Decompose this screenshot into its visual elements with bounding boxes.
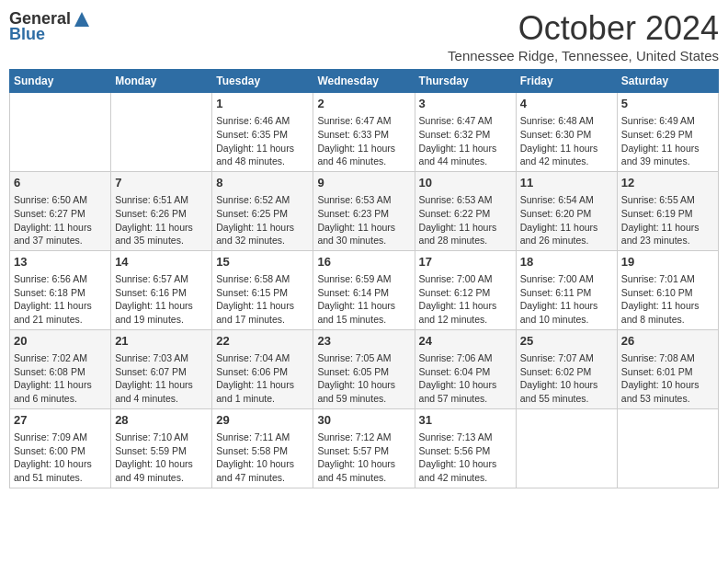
day-detail: Sunrise: 7:00 AM Sunset: 6:11 PM Dayligh… xyxy=(520,272,613,327)
day-detail: Sunrise: 6:52 AM Sunset: 6:25 PM Dayligh… xyxy=(216,193,309,247)
day-detail: Sunrise: 6:48 AM Sunset: 6:30 PM Dayligh… xyxy=(520,114,613,168)
day-detail: Sunrise: 6:59 AM Sunset: 6:14 PM Dayligh… xyxy=(317,272,410,327)
calendar-cell: 11Sunrise: 6:54 AM Sunset: 6:20 PM Dayli… xyxy=(516,171,617,250)
day-number: 23 xyxy=(317,333,410,350)
day-detail: Sunrise: 7:05 AM Sunset: 6:05 PM Dayligh… xyxy=(317,351,410,406)
calendar-cell: 21Sunrise: 7:03 AM Sunset: 6:07 PM Dayli… xyxy=(111,329,212,408)
calendar-cell: 10Sunrise: 6:53 AM Sunset: 6:22 PM Dayli… xyxy=(415,171,516,250)
calendar-cell: 18Sunrise: 7:00 AM Sunset: 6:11 PM Dayli… xyxy=(516,250,617,329)
calendar-cell: 27Sunrise: 7:09 AM Sunset: 6:00 PM Dayli… xyxy=(10,408,111,488)
day-number: 21 xyxy=(115,333,208,350)
day-detail: Sunrise: 7:03 AM Sunset: 6:07 PM Dayligh… xyxy=(115,351,208,406)
calendar-cell: 2Sunrise: 6:47 AM Sunset: 6:33 PM Daylig… xyxy=(313,93,415,172)
day-number: 5 xyxy=(621,96,714,112)
calendar-cell xyxy=(111,93,212,172)
day-detail: Sunrise: 7:04 AM Sunset: 6:06 PM Dayligh… xyxy=(216,351,309,406)
day-number: 26 xyxy=(621,333,714,350)
day-detail: Sunrise: 6:53 AM Sunset: 6:23 PM Dayligh… xyxy=(317,193,410,247)
calendar-cell: 17Sunrise: 7:00 AM Sunset: 6:12 PM Dayli… xyxy=(415,250,516,329)
day-number: 22 xyxy=(216,333,309,350)
calendar-cell: 22Sunrise: 7:04 AM Sunset: 6:06 PM Dayli… xyxy=(212,329,313,408)
day-detail: Sunrise: 7:00 AM Sunset: 6:12 PM Dayligh… xyxy=(419,272,512,327)
calendar-cell: 31Sunrise: 7:13 AM Sunset: 5:56 PM Dayli… xyxy=(415,408,516,488)
calendar-cell xyxy=(516,408,617,488)
calendar-cell: 14Sunrise: 6:57 AM Sunset: 6:16 PM Dayli… xyxy=(111,250,212,329)
calendar-cell: 19Sunrise: 7:01 AM Sunset: 6:10 PM Dayli… xyxy=(617,250,718,329)
calendar-cell: 5Sunrise: 6:49 AM Sunset: 6:29 PM Daylig… xyxy=(617,93,718,172)
day-detail: Sunrise: 6:53 AM Sunset: 6:22 PM Dayligh… xyxy=(419,193,512,247)
location: Tennessee Ridge, Tennessee, United State… xyxy=(448,48,719,63)
page-header: General Blue October 2024 Tennessee Ridg… xyxy=(9,9,719,63)
day-detail: Sunrise: 7:02 AM Sunset: 6:08 PM Dayligh… xyxy=(14,351,107,406)
calendar-cell: 6Sunrise: 6:50 AM Sunset: 6:27 PM Daylig… xyxy=(10,171,111,250)
calendar-cell: 26Sunrise: 7:08 AM Sunset: 6:01 PM Dayli… xyxy=(617,329,718,408)
day-number: 1 xyxy=(216,96,309,112)
day-detail: Sunrise: 6:46 AM Sunset: 6:35 PM Dayligh… xyxy=(216,114,309,168)
day-number: 20 xyxy=(14,333,107,350)
day-header-saturday: Saturday xyxy=(617,70,718,93)
day-number: 30 xyxy=(317,412,410,429)
calendar-cell: 28Sunrise: 7:10 AM Sunset: 5:59 PM Dayli… xyxy=(111,408,212,488)
day-number: 31 xyxy=(419,412,512,429)
day-number: 7 xyxy=(115,175,208,191)
title-area: October 2024 Tennessee Ridge, Tennessee,… xyxy=(448,9,719,63)
day-number: 28 xyxy=(115,412,208,429)
calendar-cell: 16Sunrise: 6:59 AM Sunset: 6:14 PM Dayli… xyxy=(313,250,415,329)
calendar-table: SundayMondayTuesdayWednesdayThursdayFrid… xyxy=(9,69,719,488)
calendar-header: SundayMondayTuesdayWednesdayThursdayFrid… xyxy=(10,70,719,93)
calendar-cell: 15Sunrise: 6:58 AM Sunset: 6:15 PM Dayli… xyxy=(212,250,313,329)
calendar-week-1: 1Sunrise: 6:46 AM Sunset: 6:35 PM Daylig… xyxy=(10,93,719,172)
calendar-week-3: 13Sunrise: 6:56 AM Sunset: 6:18 PM Dayli… xyxy=(10,250,719,329)
calendar-cell: 3Sunrise: 6:47 AM Sunset: 6:32 PM Daylig… xyxy=(415,93,516,172)
day-number: 8 xyxy=(216,175,309,191)
day-detail: Sunrise: 6:56 AM Sunset: 6:18 PM Dayligh… xyxy=(14,272,107,327)
day-detail: Sunrise: 7:13 AM Sunset: 5:56 PM Dayligh… xyxy=(419,431,512,485)
day-number: 3 xyxy=(419,96,512,112)
calendar-cell: 25Sunrise: 7:07 AM Sunset: 6:02 PM Dayli… xyxy=(516,329,617,408)
day-number: 29 xyxy=(216,412,309,429)
day-number: 15 xyxy=(216,254,309,270)
month-title: October 2024 xyxy=(448,9,719,48)
day-number: 19 xyxy=(621,254,714,270)
day-number: 6 xyxy=(14,175,107,191)
calendar-cell: 20Sunrise: 7:02 AM Sunset: 6:08 PM Dayli… xyxy=(10,329,111,408)
day-number: 27 xyxy=(14,412,107,429)
logo-blue-text: Blue xyxy=(9,25,45,44)
calendar-cell: 8Sunrise: 6:52 AM Sunset: 6:25 PM Daylig… xyxy=(212,171,313,250)
day-number: 2 xyxy=(317,96,410,112)
calendar-cell: 9Sunrise: 6:53 AM Sunset: 6:23 PM Daylig… xyxy=(313,171,415,250)
day-number: 25 xyxy=(520,333,613,350)
day-detail: Sunrise: 7:01 AM Sunset: 6:10 PM Dayligh… xyxy=(621,272,714,327)
day-number: 13 xyxy=(14,254,107,270)
day-detail: Sunrise: 6:50 AM Sunset: 6:27 PM Dayligh… xyxy=(14,193,107,247)
day-header-tuesday: Tuesday xyxy=(212,70,313,93)
day-detail: Sunrise: 7:10 AM Sunset: 5:59 PM Dayligh… xyxy=(115,431,208,485)
calendar-cell xyxy=(617,408,718,488)
day-number: 18 xyxy=(520,254,613,270)
day-detail: Sunrise: 6:47 AM Sunset: 6:32 PM Dayligh… xyxy=(419,114,512,168)
day-header-monday: Monday xyxy=(111,70,212,93)
day-detail: Sunrise: 6:58 AM Sunset: 6:15 PM Dayligh… xyxy=(216,272,309,327)
day-number: 24 xyxy=(419,333,512,350)
calendar-week-5: 27Sunrise: 7:09 AM Sunset: 6:00 PM Dayli… xyxy=(10,408,719,488)
calendar-cell: 13Sunrise: 6:56 AM Sunset: 6:18 PM Dayli… xyxy=(10,250,111,329)
logo: General Blue xyxy=(9,9,91,44)
day-number: 16 xyxy=(317,254,410,270)
day-number: 9 xyxy=(317,175,410,191)
day-header-sunday: Sunday xyxy=(10,70,111,93)
day-number: 17 xyxy=(419,254,512,270)
day-header-friday: Friday xyxy=(516,70,617,93)
day-number: 14 xyxy=(115,254,208,270)
calendar-cell: 4Sunrise: 6:48 AM Sunset: 6:30 PM Daylig… xyxy=(516,93,617,172)
day-detail: Sunrise: 7:11 AM Sunset: 5:58 PM Dayligh… xyxy=(216,431,309,485)
day-detail: Sunrise: 7:08 AM Sunset: 6:01 PM Dayligh… xyxy=(621,351,714,406)
calendar-cell: 1Sunrise: 6:46 AM Sunset: 6:35 PM Daylig… xyxy=(212,93,313,172)
day-detail: Sunrise: 6:54 AM Sunset: 6:20 PM Dayligh… xyxy=(520,193,613,247)
svg-marker-0 xyxy=(74,12,89,27)
calendar-cell: 24Sunrise: 7:06 AM Sunset: 6:04 PM Dayli… xyxy=(415,329,516,408)
day-detail: Sunrise: 6:55 AM Sunset: 6:19 PM Dayligh… xyxy=(621,193,714,247)
day-header-wednesday: Wednesday xyxy=(313,70,415,93)
day-detail: Sunrise: 7:06 AM Sunset: 6:04 PM Dayligh… xyxy=(419,351,512,406)
day-detail: Sunrise: 6:49 AM Sunset: 6:29 PM Dayligh… xyxy=(621,114,714,168)
day-detail: Sunrise: 6:51 AM Sunset: 6:26 PM Dayligh… xyxy=(115,193,208,247)
